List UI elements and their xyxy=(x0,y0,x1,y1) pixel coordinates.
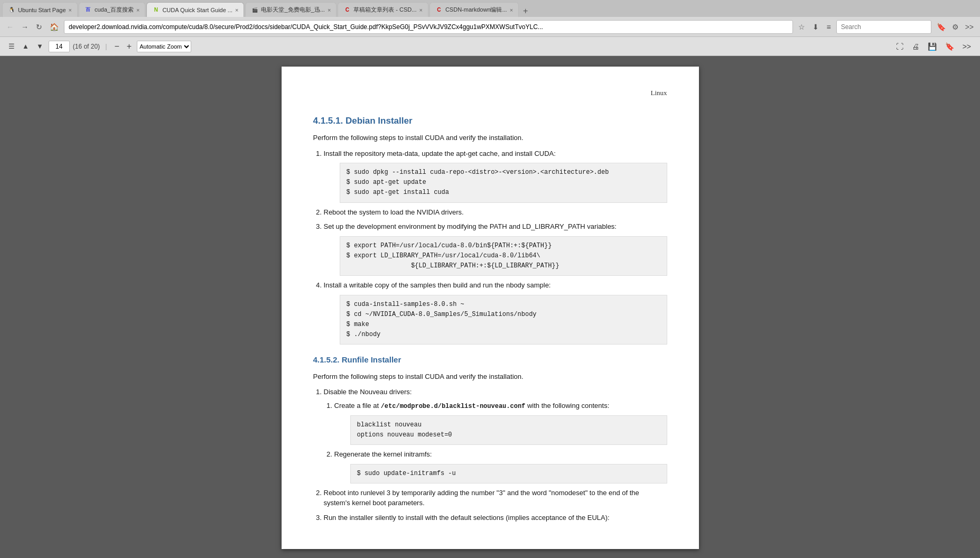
tab-close-csdn[interactable]: × xyxy=(510,7,513,13)
main-area: Linux 4.1.5.1. Debian Installer Perform … xyxy=(0,56,980,558)
pdf-prev-page[interactable]: ▲ xyxy=(20,41,31,51)
code-411-1: $ sudo dpkg --install cuda-repo-<distro>… xyxy=(340,163,667,203)
step-412-1a-after: with the following contents: xyxy=(525,402,609,410)
bookmark-list-button[interactable]: 🔖 xyxy=(935,22,948,32)
step-412-2-text: Reboot into runlevel 3 by temporarily ad… xyxy=(324,489,639,507)
pdf-header-right: Linux xyxy=(313,88,667,98)
step-411-3-text: Set up the development environment by mo… xyxy=(324,222,617,230)
step-412-1a-code-inline: /etc/modprobe.d/blacklist-nouveau.conf xyxy=(381,403,526,410)
pdf-zoom-out[interactable]: − xyxy=(113,41,122,52)
tab-baidu[interactable]: 百 cuda_百度搜索 × xyxy=(79,2,145,17)
tab-caoshu[interactable]: C 草稿箱文章列表 - CSD... × xyxy=(338,2,428,17)
tab-favicon-cuda: N xyxy=(152,6,160,14)
tab-close-caoshu[interactable]: × xyxy=(419,7,422,13)
pdf-more-button[interactable]: >> xyxy=(960,41,974,52)
tab-movie[interactable]: 🎬 电影天堂_免费电影_迅... × xyxy=(245,2,337,17)
section-412-steps: Disable the Nouveau drivers: Create a fi… xyxy=(324,387,667,523)
code-412-1a: blacklist nouveauoptions nouveau modeset… xyxy=(350,415,667,445)
code-411-3: $ export PATH=/usr/local/cuda-8.0/bin${P… xyxy=(340,236,667,276)
step-411-3: Set up the development environment by mo… xyxy=(324,221,667,276)
pdf-toolbar: ☰ ▲ ▼ 14 (16 of 20) | − + Automatic Zoom… xyxy=(0,37,980,56)
pdf-page-total: (16 of 20) xyxy=(73,43,100,50)
tab-title-ubuntu: Ubuntu Start Page xyxy=(18,7,66,13)
pdf-toolbar-right: ⛶ 🖨 💾 🔖 >> xyxy=(893,41,974,52)
step-412-1-substeps: Create a file at /etc/modprobe.d/blackli… xyxy=(334,401,667,483)
pdf-save-button[interactable]: 💾 xyxy=(925,41,939,52)
step-411-1: Install the repository meta-data, update… xyxy=(324,148,667,203)
tab-close-ubuntu[interactable]: × xyxy=(69,7,72,13)
code-412-1b: $ sudo update-initramfs -u xyxy=(350,464,667,483)
pdf-separator: | xyxy=(105,42,107,50)
code-411-4: $ cuda-install-samples-8.0.sh ~$ cd ~/NV… xyxy=(340,295,667,345)
tab-title-baidu: cuda_百度搜索 xyxy=(95,6,134,14)
step-411-4: Install a writable copy of the samples t… xyxy=(324,280,667,345)
step-412-3-text: Run the installer silently to install wi… xyxy=(324,514,610,522)
step-411-1-text: Install the repository meta-data, update… xyxy=(324,150,556,157)
menu-button[interactable]: ≡ xyxy=(824,22,833,32)
tab-favicon-ubuntu: 🐧 xyxy=(8,6,15,14)
settings-button[interactable]: ⚙ xyxy=(950,22,961,32)
tab-favicon-movie: 🎬 xyxy=(251,6,258,14)
section-411-intro: Perform the following steps to install C… xyxy=(313,133,667,143)
step-412-1-text: Disable the Nouveau drivers: xyxy=(324,388,412,396)
tab-close-cuda[interactable]: × xyxy=(235,7,238,13)
home-button[interactable]: 🏠 xyxy=(48,22,61,32)
tab-title-cuda: CUDA Quick Start Guide ... xyxy=(162,7,232,13)
address-bar: ← → ↻ 🏠 ☆ ⬇ ≡ 🔖 ⚙ >> xyxy=(0,17,980,37)
section-411-heading: 4.1.5.1. Debian Installer xyxy=(313,114,667,128)
pdf-print-button[interactable]: 🖨 xyxy=(909,41,922,52)
tab-bar: 🐧 Ubuntu Start Page × 百 cuda_百度搜索 × N CU… xyxy=(0,0,980,17)
step-411-2-text: Reboot the system to load the NVIDIA dri… xyxy=(324,208,464,216)
pdf-next-page[interactable]: ▼ xyxy=(34,41,45,51)
pdf-fullscreen-button[interactable]: ⛶ xyxy=(893,41,906,52)
tab-favicon-baidu: 百 xyxy=(85,6,92,14)
pdf-zoom-in[interactable]: + xyxy=(125,41,134,52)
tab-close-movie[interactable]: × xyxy=(328,7,331,13)
section-412-intro: Perform the following steps to install C… xyxy=(313,371,667,382)
section-411-steps: Install the repository meta-data, update… xyxy=(324,148,667,345)
tab-title-movie: 电影天堂_免费电影_迅... xyxy=(261,6,324,14)
new-tab-button[interactable]: + xyxy=(520,6,531,16)
tab-title-caoshu: 草稿箱文章列表 - CSD... xyxy=(353,6,416,14)
tab-ubuntu[interactable]: 🐧 Ubuntu Start Page × xyxy=(2,2,78,17)
bookmark-star-button[interactable]: ☆ xyxy=(796,22,807,32)
step-412-2: Reboot into runlevel 3 by temporarily ad… xyxy=(324,488,667,508)
pdf-zoom-select[interactable]: Automatic Zoom Actual Size Fit Page Full… xyxy=(137,41,191,52)
pdf-page: Linux 4.1.5.1. Debian Installer Perform … xyxy=(282,67,699,549)
pdf-page-input[interactable]: 14 xyxy=(49,41,70,52)
pdf-bookmark-button[interactable]: 🔖 xyxy=(942,41,957,52)
tab-cuda-guide[interactable]: N CUDA Quick Start Guide ... × xyxy=(146,2,244,17)
forward-button[interactable]: → xyxy=(19,22,31,32)
pdf-toggle-sidebar[interactable]: ☰ xyxy=(6,41,17,51)
tab-favicon-csdn: C xyxy=(435,6,443,14)
step-412-1b-text: Regenerate the kernel initramfs: xyxy=(334,450,432,458)
step-412-3: Run the installer silently to install wi… xyxy=(324,513,667,523)
tab-favicon-caoshu: C xyxy=(343,6,351,14)
tab-title-csdn: CSDN-markdown编辑... xyxy=(445,6,507,14)
refresh-button[interactable]: ↻ xyxy=(34,22,44,32)
download-button[interactable]: ⬇ xyxy=(810,22,821,32)
step-412-1a-before: Create a file at xyxy=(334,402,381,410)
toolbar-right: 🔖 ⚙ >> xyxy=(935,22,976,32)
more-button[interactable]: >> xyxy=(963,22,976,32)
step-411-4-text: Install a writable copy of the samples t… xyxy=(324,281,551,289)
address-input[interactable] xyxy=(64,20,793,34)
step-412-1: Disable the Nouveau drivers: Create a fi… xyxy=(324,387,667,483)
back-button[interactable]: ← xyxy=(4,22,16,32)
section-412-heading: 4.1.5.2. Runfile Installer xyxy=(313,354,667,366)
step-411-2: Reboot the system to load the NVIDIA dri… xyxy=(324,207,667,218)
step-412-1a: Create a file at /etc/modprobe.d/blackli… xyxy=(334,401,667,445)
tab-close-baidu[interactable]: × xyxy=(136,7,139,13)
search-input[interactable] xyxy=(836,20,931,34)
step-412-1b: Regenerate the kernel initramfs: $ sudo … xyxy=(334,449,667,483)
tab-csdn[interactable]: C CSDN-markdown编辑... × xyxy=(430,2,519,17)
